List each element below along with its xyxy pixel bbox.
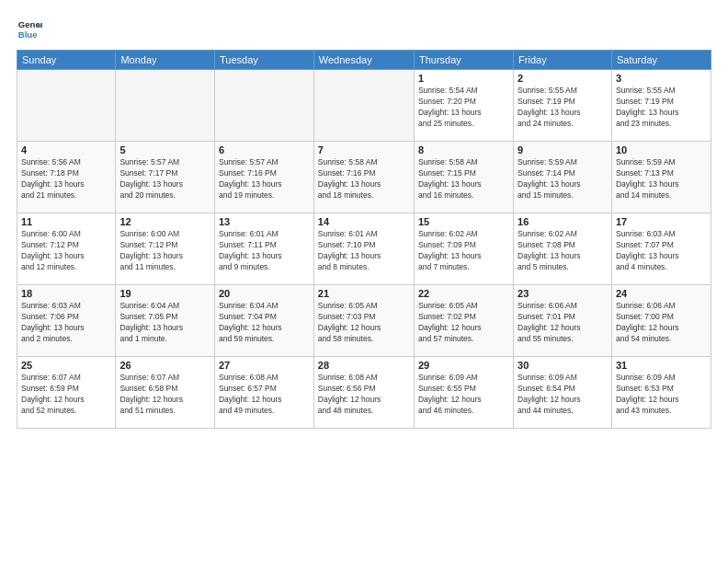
day-info: Sunrise: 5:57 AMSunset: 7:16 PMDaylight:… [219,157,310,201]
calendar-cell: 16Sunrise: 6:02 AMSunset: 7:08 PMDayligh… [514,213,612,285]
day-number: 9 [518,144,608,155]
calendar-cell: 11Sunrise: 6:00 AMSunset: 7:12 PMDayligh… [17,213,116,285]
day-number: 5 [119,144,210,155]
day-info: Sunrise: 5:55 AMSunset: 7:19 PMDaylight:… [616,86,707,130]
calendar-cell: 12Sunrise: 6:00 AMSunset: 7:12 PMDayligh… [116,213,215,285]
calendar-cell: 30Sunrise: 6:09 AMSunset: 6:54 PMDayligh… [514,357,612,429]
day-number: 8 [418,144,509,155]
calendar-cell: 15Sunrise: 6:02 AMSunset: 7:09 PMDayligh… [414,213,513,285]
calendar-cell: 31Sunrise: 6:09 AMSunset: 6:53 PMDayligh… [611,357,711,429]
day-info: Sunrise: 6:02 AMSunset: 7:09 PMDaylight:… [418,229,509,273]
day-number: 23 [518,288,608,299]
day-number: 16 [518,216,608,227]
day-number: 25 [21,360,111,371]
weekday-header-wednesday: Wednesday [313,51,414,70]
day-number: 29 [418,360,509,371]
calendar-cell: 20Sunrise: 6:04 AMSunset: 7:04 PMDayligh… [214,285,313,357]
day-info: Sunrise: 6:06 AMSunset: 7:00 PMDaylight:… [616,301,707,345]
day-number: 21 [318,288,410,299]
day-number: 13 [219,216,310,227]
calendar-cell: 17Sunrise: 6:03 AMSunset: 7:07 PMDayligh… [611,213,711,285]
day-info: Sunrise: 5:59 AMSunset: 7:13 PMDaylight:… [616,157,707,201]
weekday-header-tuesday: Tuesday [214,51,313,70]
calendar-cell: 22Sunrise: 6:05 AMSunset: 7:02 PMDayligh… [414,285,513,357]
calendar-cell: 13Sunrise: 6:01 AMSunset: 7:11 PMDayligh… [214,213,313,285]
header: General Blue [17,17,711,42]
logo: General Blue [17,17,26,42]
day-info: Sunrise: 6:05 AMSunset: 7:03 PMDaylight:… [318,301,410,345]
day-number: 1 [418,73,509,84]
day-info: Sunrise: 5:59 AMSunset: 7:14 PMDaylight:… [518,157,608,201]
day-info: Sunrise: 6:08 AMSunset: 6:57 PMDaylight:… [219,373,310,417]
day-number: 6 [219,144,310,155]
week-row-5: 25Sunrise: 6:07 AMSunset: 6:59 PMDayligh… [17,357,711,429]
day-info: Sunrise: 6:09 AMSunset: 6:55 PMDaylight:… [418,373,509,417]
calendar-cell: 19Sunrise: 6:04 AMSunset: 7:05 PMDayligh… [116,285,215,357]
day-info: Sunrise: 6:00 AMSunset: 7:12 PMDaylight:… [21,229,111,273]
calendar-cell [214,70,313,142]
day-number: 4 [21,144,111,155]
calendar-cell [313,70,414,142]
calendar-cell: 25Sunrise: 6:07 AMSunset: 6:59 PMDayligh… [17,357,116,429]
calendar-cell: 8Sunrise: 5:58 AMSunset: 7:15 PMDaylight… [414,142,513,213]
day-number: 15 [418,216,509,227]
day-info: Sunrise: 6:01 AMSunset: 7:11 PMDaylight:… [219,229,310,273]
day-number: 7 [318,144,410,155]
day-number: 10 [616,144,707,155]
week-row-1: 1Sunrise: 5:54 AMSunset: 7:20 PMDaylight… [17,70,711,142]
day-info: Sunrise: 6:02 AMSunset: 7:08 PMDaylight:… [518,229,608,273]
calendar-cell [116,70,215,142]
weekday-header-row: SundayMondayTuesdayWednesdayThursdayFrid… [17,51,711,70]
calendar-cell: 2Sunrise: 5:55 AMSunset: 7:19 PMDaylight… [514,70,612,142]
day-number: 30 [518,360,608,371]
day-info: Sunrise: 6:00 AMSunset: 7:12 PMDaylight:… [119,229,210,273]
day-info: Sunrise: 6:03 AMSunset: 7:06 PMDaylight:… [21,301,111,345]
calendar-table: SundayMondayTuesdayWednesdayThursdayFrid… [17,50,711,429]
calendar-cell: 29Sunrise: 6:09 AMSunset: 6:55 PMDayligh… [414,357,513,429]
day-info: Sunrise: 6:07 AMSunset: 6:58 PMDaylight:… [119,373,210,417]
day-number: 19 [119,288,210,299]
day-number: 11 [21,216,111,227]
day-number: 31 [616,360,707,371]
day-number: 14 [318,216,410,227]
day-number: 22 [418,288,509,299]
day-number: 18 [21,288,111,299]
calendar-cell: 23Sunrise: 6:06 AMSunset: 7:01 PMDayligh… [514,285,612,357]
calendar-cell: 18Sunrise: 6:03 AMSunset: 7:06 PMDayligh… [17,285,116,357]
day-info: Sunrise: 6:03 AMSunset: 7:07 PMDaylight:… [616,229,707,273]
day-number: 2 [518,73,608,84]
day-number: 3 [616,73,707,84]
day-info: Sunrise: 6:08 AMSunset: 6:56 PMDaylight:… [318,373,410,417]
day-info: Sunrise: 5:58 AMSunset: 7:15 PMDaylight:… [418,157,509,201]
day-number: 20 [219,288,310,299]
calendar-cell: 6Sunrise: 5:57 AMSunset: 7:16 PMDaylight… [214,142,313,213]
calendar-cell: 10Sunrise: 5:59 AMSunset: 7:13 PMDayligh… [611,142,711,213]
calendar-cell: 7Sunrise: 5:58 AMSunset: 7:16 PMDaylight… [313,142,414,213]
calendar-cell: 27Sunrise: 6:08 AMSunset: 6:57 PMDayligh… [214,357,313,429]
day-info: Sunrise: 5:56 AMSunset: 7:18 PMDaylight:… [21,157,111,201]
day-number: 24 [616,288,707,299]
day-info: Sunrise: 5:54 AMSunset: 7:20 PMDaylight:… [418,86,509,130]
week-row-2: 4Sunrise: 5:56 AMSunset: 7:18 PMDaylight… [17,142,711,213]
day-info: Sunrise: 6:05 AMSunset: 7:02 PMDaylight:… [418,301,509,345]
weekday-header-saturday: Saturday [611,51,711,70]
weekday-header-thursday: Thursday [414,51,513,70]
day-number: 26 [119,360,210,371]
calendar-page: General Blue SundayMondayTuesdayWednesda… [0,0,728,563]
day-info: Sunrise: 6:09 AMSunset: 6:54 PMDaylight:… [518,373,608,417]
week-row-3: 11Sunrise: 6:00 AMSunset: 7:12 PMDayligh… [17,213,711,285]
svg-text:Blue: Blue [18,29,38,40]
calendar-cell [17,70,116,142]
calendar-cell: 5Sunrise: 5:57 AMSunset: 7:17 PMDaylight… [116,142,215,213]
day-info: Sunrise: 6:04 AMSunset: 7:05 PMDaylight:… [119,301,210,345]
calendar-cell: 14Sunrise: 6:01 AMSunset: 7:10 PMDayligh… [313,213,414,285]
calendar-cell: 1Sunrise: 5:54 AMSunset: 7:20 PMDaylight… [414,70,513,142]
logo-icon: General Blue [17,17,42,42]
day-number: 27 [219,360,310,371]
week-row-4: 18Sunrise: 6:03 AMSunset: 7:06 PMDayligh… [17,285,711,357]
calendar-cell: 9Sunrise: 5:59 AMSunset: 7:14 PMDaylight… [514,142,612,213]
day-number: 28 [318,360,410,371]
calendar-cell: 3Sunrise: 5:55 AMSunset: 7:19 PMDaylight… [611,70,711,142]
weekday-header-friday: Friday [514,51,612,70]
calendar-cell: 24Sunrise: 6:06 AMSunset: 7:00 PMDayligh… [611,285,711,357]
